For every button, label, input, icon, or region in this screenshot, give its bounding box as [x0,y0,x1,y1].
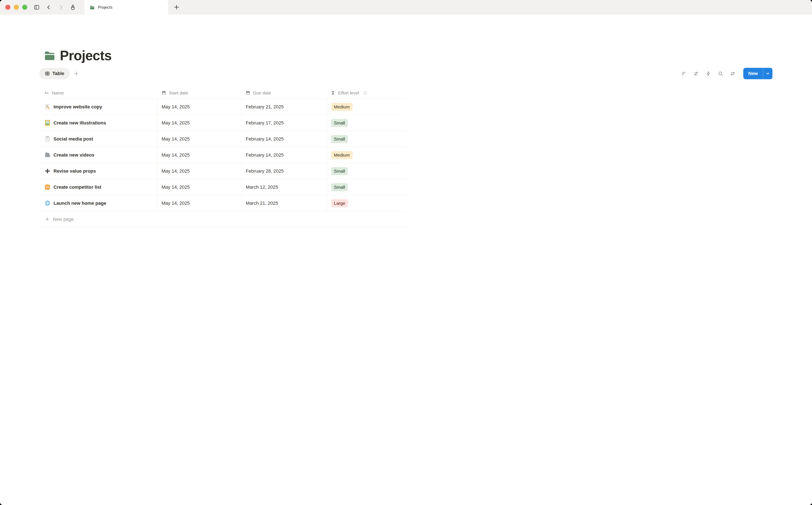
table-header-row: Aa Name Start date Due date Effort level [41,87,406,99]
cell-due-date[interactable]: March 12, 2025 [242,179,327,195]
view-bar: Table New [39,67,406,79]
close-window-button[interactable] [5,5,10,10]
cell-name[interactable]: Launch new home page [41,195,157,211]
effort-badge: Small [331,135,348,143]
column-header-name[interactable]: Aa Name [41,87,157,99]
cell-name[interactable]: Create new illustrations [41,115,157,131]
cell-start-date[interactable]: May 14, 2025 [157,147,242,163]
effort-badge: Medium [331,103,353,111]
cell-name[interactable]: Improve website copy [41,99,157,115]
memo-emoji-icon [44,104,50,110]
table-row: Improve website copy May 14, 2025 Februa… [41,99,406,115]
effort-badge: Small [331,119,348,127]
cell-due-date[interactable]: February 14, 2025 [242,131,327,147]
cell-due-date[interactable]: March 21, 2025 [242,195,327,211]
table-row: Create new illustrations May 14, 2025 Fe… [41,115,406,131]
cell-effort-level[interactable]: Small [327,163,406,179]
projector-emoji-icon [44,152,50,158]
table-grid-icon [45,71,50,76]
traffic-lights [5,5,27,10]
cell-effort-level[interactable]: Medium [327,99,406,115]
forward-icon[interactable] [58,4,63,10]
tab-projects[interactable]: Projects [84,0,168,15]
cell-start-date[interactable]: May 14, 2025 [157,163,242,179]
cell-due-date[interactable]: February 21, 2025 [242,99,327,115]
back-icon[interactable] [46,4,51,10]
cell-effort-level[interactable]: Medium [327,147,406,163]
table-row: Launch new home page May 14, 2025 March … [41,195,406,211]
minimize-window-button[interactable] [14,5,19,10]
cell-due-date[interactable]: February 28, 2025 [242,163,327,179]
cell-effort-level[interactable]: Small [327,131,406,147]
effort-badge: Small [331,167,348,175]
svg-text:a: a [47,92,48,95]
info-icon[interactable] [363,91,367,95]
globe-emoji-icon [44,200,50,206]
inbox-icon[interactable] [70,4,76,10]
cell-name[interactable]: Social media post [41,131,157,147]
cell-name[interactable]: VS Create competitor list [41,179,157,195]
sidebar-toggle-icon[interactable] [34,4,39,10]
zoom-window-button[interactable] [22,5,27,10]
tab-title: Projects [98,5,113,10]
effort-badge: Medium [331,151,353,159]
plus-icon [45,217,50,222]
calendar-icon [161,91,166,95]
projects-table: Aa Name Start date Due date Effort level… [41,87,406,227]
cell-due-date[interactable]: February 14, 2025 [242,147,327,163]
cell-effort-level[interactable]: Large [327,195,406,211]
cell-start-date[interactable]: May 14, 2025 [157,99,242,115]
page-content: Projects Table New Aa [0,14,406,252]
effort-badge: Small [331,183,348,191]
cell-effort-level[interactable]: Small [327,179,406,195]
app-window: Projects Projects Table New [0,0,406,252]
cell-start-date[interactable]: May 14, 2025 [157,115,242,131]
column-header-effort-level[interactable]: Effort level [327,87,406,99]
view-label: Table [52,71,64,76]
cell-effort-level[interactable]: Small [327,115,406,131]
cell-start-date[interactable]: May 14, 2025 [157,131,242,147]
table-row: Social media post May 14, 2025 February … [41,131,406,147]
page-folder-icon[interactable] [43,49,56,62]
cell-due-date[interactable]: February 17, 2025 [242,115,327,131]
new-page-row[interactable]: New page [41,211,406,227]
table-row: Create new videos May 14, 2025 February … [41,147,406,163]
column-header-start-date[interactable]: Start date [157,87,242,99]
table-row: VS Create competitor list May 14, 2025 M… [41,179,406,195]
cell-start-date[interactable]: May 14, 2025 [157,195,242,211]
picture-emoji-icon [44,120,50,126]
plus-emoji-icon [44,168,50,174]
vs-emoji-icon: VS [44,184,50,190]
calendar-icon [246,91,250,95]
add-view-button[interactable] [74,71,79,76]
notepad-emoji-icon [44,136,50,142]
hourglass-icon [330,91,335,95]
svg-text:VS: VS [46,186,49,189]
new-page-label: New page [53,216,74,222]
cell-start-date[interactable]: May 14, 2025 [157,179,242,195]
table-row: Revise value props May 14, 2025 February… [41,163,406,179]
tab-bar: Projects [0,0,406,14]
view-tab-table[interactable]: Table [39,68,70,79]
folder-icon [90,5,95,10]
effort-badge: Large [331,199,348,207]
new-tab-button[interactable] [173,4,180,10]
column-header-due-date[interactable]: Due date [242,87,327,99]
text-aa-icon: Aa [44,91,49,95]
cell-name[interactable]: Create new videos [41,147,157,163]
svg-text:A: A [45,91,47,95]
page-title[interactable]: Projects [60,48,112,63]
cell-name[interactable]: Revise value props [41,163,157,179]
